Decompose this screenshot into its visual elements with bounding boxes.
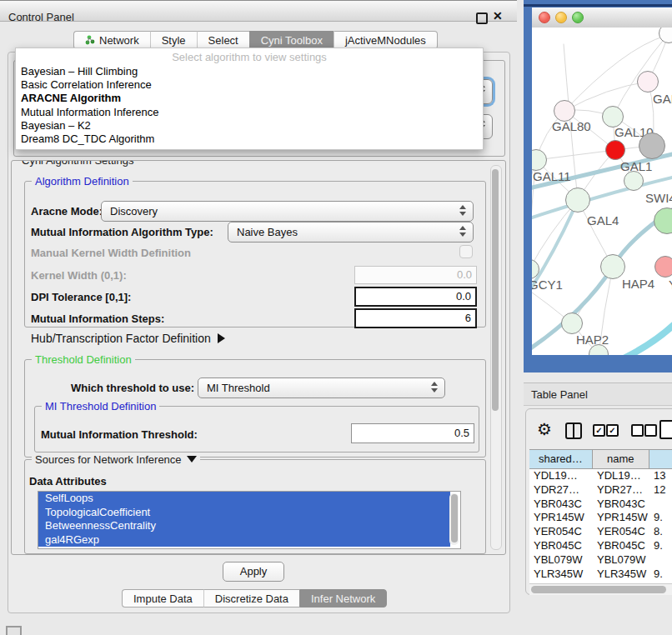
settings-scrollbar-thumb[interactable]	[492, 169, 499, 411]
network-node-hap2[interactable]	[561, 312, 583, 334]
table-row[interactable]: YDL19…YDL19…13	[529, 469, 672, 483]
data-attribute-item-selected[interactable]: gal4RGexp	[38, 533, 450, 548]
tab-discretize-data[interactable]: Discretize Data	[203, 589, 299, 608]
data-attribute-item-selected[interactable]: BetweennessCentrality	[38, 519, 450, 533]
list-scrollbar[interactable]	[449, 493, 459, 545]
algorithm-option[interactable]: Bayesian – K2	[16, 119, 483, 132]
table-cell: YPR145W	[593, 511, 649, 525]
table-cell: 9.	[649, 539, 672, 553]
network-canvas[interactable]: GALGAL80GAL10GAL1GAL11GAL4SWI4GCY1YHAP4H…	[532, 28, 672, 355]
which-threshold-combobox[interactable]: MI Threshold	[198, 378, 445, 398]
close-traffic-light-icon[interactable]	[539, 12, 550, 23]
kernel-width-label: Kernel Width (0,1):	[31, 269, 127, 282]
table-row[interactable]: YDR27…YDR27…12	[529, 483, 672, 498]
columns-icon[interactable]	[565, 422, 582, 439]
table-cell: 9.	[649, 568, 672, 582]
table-column-header[interactable]: shared…	[529, 450, 593, 468]
data-attribute-item-selected[interactable]: SelfLoops	[38, 492, 450, 506]
table-cell: YER054C	[529, 525, 593, 539]
table-row[interactable]: YBL079WYBL079W	[529, 553, 672, 568]
network-edge[interactable]	[625, 308, 672, 355]
tab-label: Cyni Toolbox	[261, 34, 323, 47]
table-row[interactable]: YBR043CYBR043C	[529, 498, 672, 512]
algorithm-option[interactable]: Dream8 DC_TDC Algorithm	[16, 132, 483, 146]
tab-cyni-toolbox[interactable]: Cyni Toolbox	[249, 31, 333, 49]
network-edge[interactable]	[536, 150, 615, 160]
unchecked-checkbox-icon[interactable]	[631, 424, 644, 437]
checked-checkbox-icon[interactable]: ✓	[593, 424, 605, 437]
table-cell: YBL079W	[529, 553, 593, 568]
sources-title-label: Sources for Network Inference	[35, 453, 182, 466]
hub-section-toggle[interactable]: Hub/Transcription Factor Definition	[31, 332, 225, 345]
dpi-tolerance-field[interactable]: 0.0	[354, 287, 477, 307]
tab-style[interactable]: Style	[150, 31, 197, 49]
zoom-traffic-light-icon[interactable]	[572, 12, 584, 23]
data-attribute-item-selected[interactable]: TopologicalCoefficient	[38, 506, 450, 520]
table-column-header[interactable]	[649, 450, 672, 468]
network-node-gal4[interactable]	[565, 188, 590, 212]
table-header-row: shared…name	[529, 449, 672, 469]
cyni-bottom-tabs: Impute DataDiscretize DataInfer Network	[122, 589, 387, 608]
unchecked-checkbox-icon[interactable]	[644, 424, 657, 437]
application-window: Control Panel ✕ NetworkStyleSelectCyni T…	[0, 0, 672, 635]
settings-gear-icon[interactable]: ⚙	[537, 421, 552, 438]
table-row[interactable]: YBR045CYBR045C9.	[529, 539, 672, 553]
close-icon[interactable]: ✕	[493, 9, 503, 22]
table-cell: YDR27…	[529, 483, 593, 498]
tab-infer-network[interactable]: Infer Network	[299, 589, 387, 608]
apply-button[interactable]: Apply	[223, 562, 284, 582]
node-label: Y	[669, 278, 672, 292]
list-scrollbar-thumb[interactable]	[451, 494, 458, 542]
table-cell	[649, 553, 672, 568]
algorithm-option[interactable]: Bayesian – Hill Climbing	[16, 65, 483, 78]
table-row[interactable]: YPR145WYPR145W9.	[529, 511, 672, 525]
settings-scrollbar[interactable]	[490, 165, 502, 550]
network-node-y[interactable]	[654, 256, 672, 278]
dock-icon[interactable]	[6, 626, 22, 635]
network-edge[interactable]	[564, 82, 648, 111]
network-node-hap4[interactable]	[600, 254, 625, 279]
minimize-traffic-light-icon[interactable]	[555, 12, 567, 23]
table-cell: 8.	[649, 525, 672, 539]
table-row[interactable]: YLR345WYLR345W9.	[529, 568, 672, 582]
node-label: GCY1	[532, 278, 563, 292]
threshold-definition-title: Threshold Definition	[32, 353, 135, 366]
aracne-mode-combobox[interactable]: Discovery	[101, 201, 474, 222]
kernel-width-field[interactable]: 0.0	[354, 266, 477, 284]
data-attributes-label: Data Attributes	[29, 475, 107, 488]
table-column-header[interactable]: name	[593, 450, 649, 468]
data-attributes-list[interactable]: SelfLoopsTopologicalCoefficientBetweenne…	[38, 491, 461, 549]
table-row[interactable]: YER054CYER054C8.	[529, 525, 672, 539]
table-cell: YDL19…	[529, 469, 593, 483]
algorithm-option[interactable]: ARACNE Algorithm	[16, 92, 483, 105]
algorithm-dropdown-list: Select algorithm to view settings Bayesi…	[15, 48, 484, 150]
table-cell: YBR045C	[529, 539, 593, 553]
algorithm-option[interactable]: Mutual Information Inference	[16, 106, 483, 119]
tab-impute-data[interactable]: Impute Data	[122, 589, 203, 608]
table-cell: YPR145W	[529, 511, 593, 525]
sources-title[interactable]: Sources for Network Inference	[32, 453, 200, 466]
network-node[interactable]	[624, 171, 644, 191]
tab-jactivemnodules[interactable]: jActiveMNodules	[333, 31, 438, 49]
checked-checkbox-icon[interactable]: ✓	[606, 424, 619, 437]
mi-threshold-field[interactable]: 0.5	[351, 423, 474, 443]
network-node-gal[interactable]	[637, 71, 659, 92]
tab-select[interactable]: Select	[197, 31, 249, 49]
table-horizontal-scrollbar[interactable]	[529, 583, 672, 595]
algorithm-option[interactable]: Basic Correlation Inference	[16, 78, 483, 92]
node-table[interactable]: shared…name YDL19…YDL19…13YDR27…YDR27…12…	[529, 449, 672, 586]
node-label: HAP2	[576, 332, 609, 347]
node-label: GAL80	[552, 119, 591, 133]
table-scrollbar-thumb[interactable]	[531, 586, 666, 593]
network-node[interactable]	[639, 132, 665, 159]
manual-kernel-checkbox[interactable]	[459, 245, 473, 258]
tab-network[interactable]: Network	[73, 31, 150, 49]
network-node-gal1[interactable]	[605, 140, 625, 160]
tab-label: Impute Data	[133, 592, 193, 605]
mi-type-combobox[interactable]: Naive Bayes	[228, 222, 474, 242]
float-window-icon[interactable]	[476, 12, 488, 24]
mi-steps-field[interactable]: 6	[354, 308, 477, 328]
manual-kernel-label: Manual Kernel Width Definition	[31, 247, 191, 259]
file-icon[interactable]	[659, 420, 672, 439]
table-panel-title: Table Panel	[531, 388, 588, 401]
